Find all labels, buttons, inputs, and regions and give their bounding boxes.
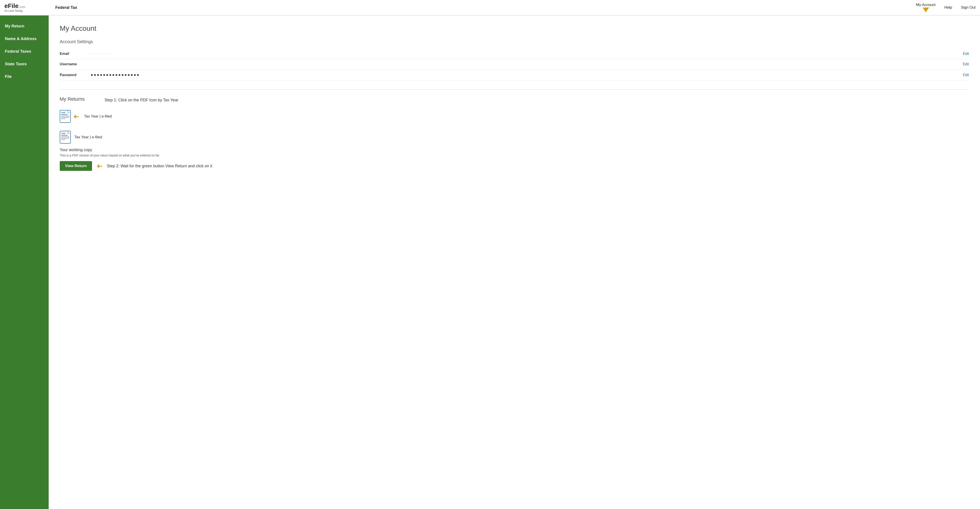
sidebar-item-federal-taxes[interactable]: Federal Taxes [0, 45, 49, 58]
username-edit-link[interactable]: Edit [963, 62, 969, 66]
step1-annotation-container: Step 1: Click on the PDF Icon by Tax Yea… [98, 97, 178, 102]
password-edit-link[interactable]: Edit [963, 73, 969, 77]
svg-rect-11 [61, 138, 70, 139]
logo: eFile.com It's Less Taxing [5, 3, 53, 13]
logo-tagline: It's Less Taxing [5, 10, 53, 13]
pdf-row-1-container: PDF ➜ Tax Year | e-filed [60, 110, 969, 127]
my-returns-header: My Returns Step 1: Click on the PDF Icon… [60, 96, 969, 107]
email-label: Email [60, 49, 91, 59]
email-value: · · · · · · · [91, 49, 872, 59]
sidebar-item-my-return[interactable]: My Return [0, 20, 49, 32]
nav-federal-tax[interactable]: Federal Tax [53, 5, 84, 10]
svg-rect-12 [61, 139, 65, 140]
logo-brand: eFile.com [5, 3, 53, 10]
svg-rect-5 [61, 118, 65, 119]
nav-right: My Account Help Sign Out [916, 3, 975, 13]
password-value: ●●●●●●●●●●●●●●●● [91, 70, 872, 81]
svg-rect-4 [61, 117, 70, 118]
nav-my-account[interactable]: My Account [916, 3, 935, 7]
pdf-icon-2[interactable]: PDF [60, 131, 71, 144]
username-row: Username Edit [60, 59, 969, 70]
main-content: My Account Account Settings Email · · · … [49, 16, 980, 509]
view-return-button[interactable]: View Return [60, 161, 92, 171]
working-copy-title: Your working copy [60, 148, 969, 152]
pdf-icon-1[interactable]: PDF [60, 110, 71, 123]
email-edit-link[interactable]: Edit [963, 52, 969, 56]
page-title: My Account [60, 24, 969, 32]
password-edit-cell: Edit [872, 70, 969, 81]
arrow-to-pdf-icon: ➜ [73, 112, 79, 121]
svg-rect-3 [61, 116, 70, 116]
top-navigation: eFile.com It's Less Taxing Federal Tax M… [0, 0, 980, 16]
username-value [91, 59, 872, 70]
working-copy-desc: This is a PDF version of your return bas… [60, 153, 969, 157]
email-row: Email · · · · · · · Edit [60, 49, 969, 59]
sidebar: My Return Name & Address Federal Taxes S… [0, 16, 49, 509]
svg-text:PDF: PDF [62, 112, 66, 114]
pdf-row-2-label: Tax Year | e-filed [74, 135, 102, 139]
nav-sign-out[interactable]: Sign Out [961, 5, 975, 10]
sidebar-item-state-taxes[interactable]: State Taxes [0, 58, 49, 70]
step2-annotation-text: Step 2: Wait for the green button View R… [107, 164, 212, 168]
arrow-to-view-return: ➜ [97, 162, 102, 170]
svg-rect-2 [61, 114, 68, 115]
username-label: Username [60, 59, 91, 70]
page-layout: My Return Name & Address Federal Taxes S… [0, 16, 980, 509]
account-settings-table: Email · · · · · · · Edit Username Edit P… [60, 49, 969, 81]
down-arrow-container [923, 8, 929, 13]
password-label: Password [60, 70, 91, 81]
pdf-row-1-label: Tax Year | e-filed [84, 114, 112, 119]
sidebar-item-file[interactable]: File [0, 70, 49, 83]
step1-annotation-text: Step 1: Click on the PDF Icon by Tax Yea… [104, 98, 178, 102]
svg-rect-9 [61, 135, 68, 136]
svg-rect-10 [61, 137, 70, 137]
password-row: Password ●●●●●●●●●●●●●●●● Edit [60, 70, 969, 81]
email-edit-cell: Edit [872, 49, 969, 59]
account-settings-title: Account Settings [60, 39, 969, 44]
step2-row: View Return ➜ Step 2: Wait for the green… [60, 161, 969, 171]
down-arrow-icon [923, 8, 929, 13]
username-edit-cell: Edit [872, 59, 969, 70]
pdf-row-1: PDF ➜ Tax Year | e-filed [60, 110, 112, 123]
svg-text:PDF: PDF [62, 132, 66, 134]
sidebar-item-name-address[interactable]: Name & Address [0, 32, 49, 45]
my-returns-section: My Returns Step 1: Click on the PDF Icon… [60, 96, 969, 171]
my-returns-title: My Returns [60, 96, 84, 102]
nav-links: Federal Tax My Account Help Sign Out [53, 3, 975, 13]
pdf-row-2: PDF Tax Year | e-filed [60, 131, 969, 144]
nav-help[interactable]: Help [944, 5, 952, 10]
my-account-nav-container: My Account [916, 3, 935, 13]
